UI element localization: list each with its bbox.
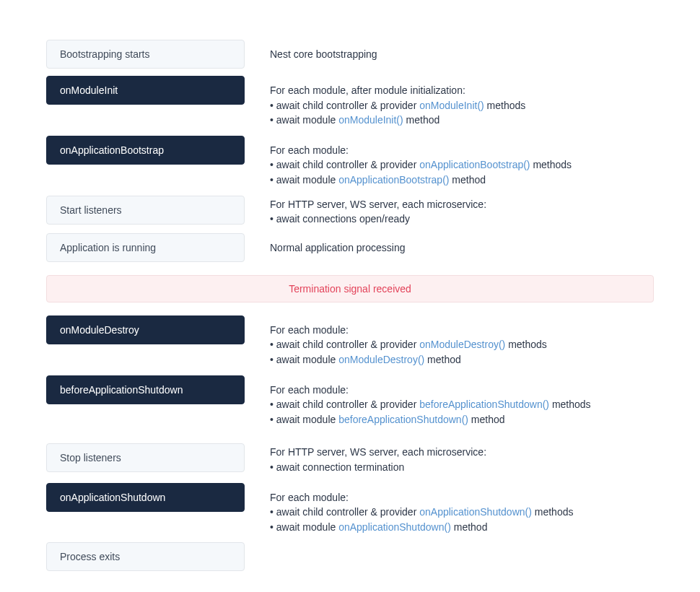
method-link[interactable]: onModuleDestroy(): [419, 339, 505, 350]
step-onModuleInit: onModuleInit For each module, after modu…: [46, 76, 654, 129]
bullet-line: • await child controller & provider onMo…: [270, 99, 654, 113]
step-label-onApplicationBootstrap: onApplicationBootstrap: [46, 136, 245, 165]
step-label-onApplicationShutdown: onApplicationShutdown: [46, 483, 245, 512]
header-text: For HTTP server, WS server, each microse…: [270, 198, 654, 212]
step-onModuleDestroy: onModuleDestroy For each module: • await…: [46, 315, 654, 368]
header-text: For each module:: [270, 383, 654, 398]
lifecycle-diagram: Bootstrapping starts Nest core bootstrap…: [46, 40, 654, 571]
step-desc-onModuleInit: For each module, after module initializa…: [270, 76, 654, 129]
step-label-running: Application is running: [46, 233, 245, 262]
header-text: For each module:: [270, 491, 654, 505]
step-label-stop-listeners: Stop listeners: [46, 443, 245, 472]
method-link[interactable]: beforeApplicationShutdown(): [419, 399, 549, 410]
method-link[interactable]: onModuleDestroy(): [338, 354, 424, 365]
step-desc-beforeApplicationShutdown: For each module: • await child controlle…: [270, 375, 654, 428]
bullet-line: • await child controller & provider onAp…: [270, 505, 654, 520]
step-running: Application is running Normal applicatio…: [46, 233, 654, 262]
step-desc-process-exits: [270, 542, 654, 550]
termination-banner: Termination signal received: [46, 275, 654, 302]
bullet-line: • await child controller & provider befo…: [270, 398, 654, 412]
step-label-start-listeners: Start listeners: [46, 196, 245, 225]
bullet-line: • await connections open/ready: [270, 212, 654, 227]
method-link[interactable]: onApplicationShutdown(): [419, 506, 532, 518]
method-link[interactable]: beforeApplicationShutdown(): [338, 414, 468, 425]
step-desc-onModuleDestroy: For each module: • await child controlle…: [270, 315, 654, 368]
step-label-bootstrapping: Bootstrapping starts: [46, 40, 245, 69]
header-text: For each module, after module initializa…: [270, 84, 654, 98]
step-desc-onApplicationShutdown: For each module: • await child controlle…: [270, 483, 654, 536]
header-text: For each module:: [270, 144, 654, 158]
bullet-line: • await module beforeApplicationShutdown…: [270, 413, 654, 427]
method-link[interactable]: onModuleInit(): [338, 114, 403, 126]
method-link[interactable]: onApplicationBootstrap(): [338, 174, 449, 186]
step-bootstrapping: Bootstrapping starts Nest core bootstrap…: [46, 40, 654, 69]
step-onApplicationBootstrap: onApplicationBootstrap For each module: …: [46, 136, 654, 188]
method-link[interactable]: onModuleInit(): [419, 100, 484, 111]
bullet-line: • await module onModuleDestroy() method: [270, 353, 654, 367]
step-label-process-exits: Process exits: [46, 542, 245, 571]
header-text: For HTTP server, WS server, each microse…: [270, 445, 654, 460]
step-process-exits: Process exits: [46, 542, 654, 571]
step-label-beforeApplicationShutdown: beforeApplicationShutdown: [46, 375, 245, 404]
bullet-line: • await module onApplicationShutdown() m…: [270, 521, 654, 535]
step-desc-running: Normal application processing: [270, 233, 654, 256]
step-desc-onApplicationBootstrap: For each module: • await child controlle…: [270, 136, 654, 188]
step-stop-listeners: Stop listeners For HTTP server, WS serve…: [46, 443, 654, 475]
step-onApplicationShutdown: onApplicationShutdown For each module: •…: [46, 483, 654, 536]
method-link[interactable]: onApplicationShutdown(): [338, 521, 451, 533]
step-label-onModuleInit: onModuleInit: [46, 76, 245, 105]
bullet-line: • await child controller & provider onAp…: [270, 158, 654, 173]
step-desc-stop-listeners: For HTTP server, WS server, each microse…: [270, 443, 654, 475]
header-text: For each module:: [270, 323, 654, 338]
step-label-onModuleDestroy: onModuleDestroy: [46, 315, 245, 344]
bullet-line: • await module onModuleInit() method: [270, 113, 654, 128]
bullet-line: • await module onApplicationBootstrap() …: [270, 173, 654, 188]
bullet-line: • await connection termination: [270, 461, 654, 475]
step-desc-bootstrapping: Nest core bootstrapping: [270, 40, 654, 62]
method-link[interactable]: onApplicationBootstrap(): [419, 159, 530, 170]
step-beforeApplicationShutdown: beforeApplicationShutdown For each modul…: [46, 375, 654, 428]
bullet-line: • await child controller & provider onMo…: [270, 338, 654, 352]
step-desc-start-listeners: For HTTP server, WS server, each microse…: [270, 196, 654, 227]
step-start-listeners: Start listeners For HTTP server, WS serv…: [46, 196, 654, 227]
